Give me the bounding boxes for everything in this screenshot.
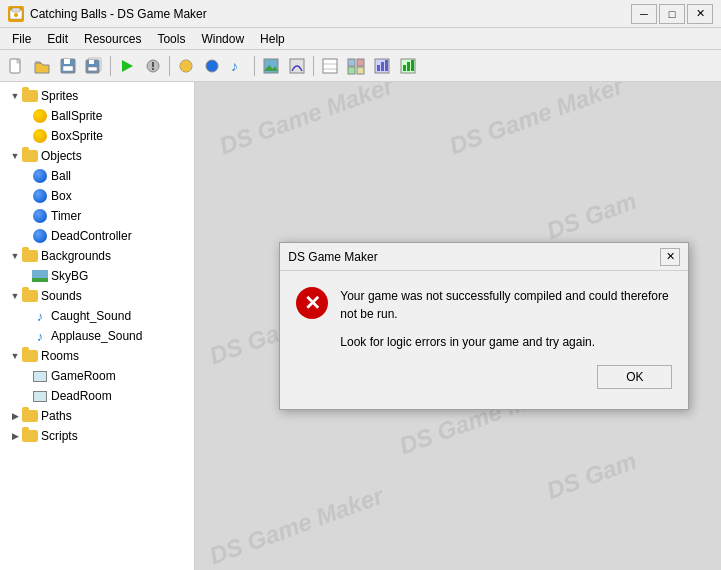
content-area: DS Game Maker DS Game Maker DS Gam DS Ga… — [195, 82, 721, 570]
caughtsound-label: Caught_Sound — [51, 309, 131, 323]
sidebar-item-applausesound[interactable]: ♪ Applause_Sound — [0, 326, 194, 346]
svg-rect-28 — [357, 67, 364, 74]
sidebar-item-backgrounds[interactable]: ▼ Backgrounds — [0, 246, 194, 266]
dialog-title: DS Game Maker — [288, 250, 660, 264]
backgrounds-label: Backgrounds — [41, 249, 111, 263]
window-title: Catching Balls - DS Game Maker — [30, 7, 631, 21]
objects-label: Objects — [41, 149, 82, 163]
sidebar-item-caughtsound[interactable]: ♪ Caught_Sound — [0, 306, 194, 326]
maximize-button[interactable]: □ — [659, 4, 685, 24]
close-button[interactable]: ✕ — [687, 4, 713, 24]
dialog-message: Your game was not successfully compiled … — [340, 287, 672, 323]
save-button[interactable] — [56, 54, 80, 78]
svg-marker-11 — [122, 60, 133, 72]
save-all-button[interactable] — [82, 54, 106, 78]
sidebar-item-boxsprite[interactable]: BoxSprite — [0, 126, 194, 146]
sidebar-item-box[interactable]: Box — [0, 186, 194, 206]
svg-rect-14 — [152, 68, 154, 70]
app-icon — [8, 6, 24, 22]
sidebar-item-rooms[interactable]: ▼ Rooms — [0, 346, 194, 366]
gameroom-label: GameRoom — [51, 369, 116, 383]
error-icon: ✕ — [296, 287, 328, 319]
svg-rect-5 — [64, 59, 70, 64]
tools-btn2[interactable] — [344, 54, 368, 78]
menu-edit[interactable]: Edit — [39, 30, 76, 48]
paths-label: Paths — [41, 409, 72, 423]
folder-backgrounds-icon — [22, 248, 38, 264]
error-dialog: DS Game Maker ✕ ✕ Your game was not succ… — [279, 242, 689, 410]
folder-rooms-icon — [22, 348, 38, 364]
path-resource-button[interactable] — [285, 54, 309, 78]
menu-tools[interactable]: Tools — [149, 30, 193, 48]
ball-label: Ball — [51, 169, 71, 183]
dialog-content-row: ✕ Your game was not successfully compile… — [296, 287, 672, 323]
minimize-button[interactable]: ─ — [631, 4, 657, 24]
tools-btn3[interactable] — [370, 54, 394, 78]
sidebar-item-scripts[interactable]: ▶ Scripts — [0, 426, 194, 446]
menu-help[interactable]: Help — [252, 30, 293, 48]
boxsprite-icon — [32, 128, 48, 144]
dialog-body: ✕ Your game was not successfully compile… — [280, 271, 688, 409]
svg-rect-6 — [63, 66, 73, 71]
expand-rooms-icon: ▼ — [8, 349, 22, 363]
sidebar-item-gameroom[interactable]: GameRoom — [0, 366, 194, 386]
sounds-label: Sounds — [41, 289, 82, 303]
svg-rect-9 — [88, 67, 97, 71]
menu-window[interactable]: Window — [193, 30, 252, 48]
expand-objects-icon: ▼ — [8, 149, 22, 163]
open-button[interactable] — [30, 54, 54, 78]
tools-btn4[interactable] — [396, 54, 420, 78]
svg-point-16 — [180, 60, 192, 72]
ok-button[interactable]: OK — [597, 365, 672, 389]
sidebar-item-ball[interactable]: Ball — [0, 166, 194, 186]
svg-rect-30 — [377, 65, 380, 71]
svg-rect-38 — [32, 278, 48, 282]
skybg-label: SkyBG — [51, 269, 88, 283]
menu-file[interactable]: File — [4, 30, 39, 48]
folder-sprites-icon — [22, 88, 38, 104]
ballsprite-icon — [32, 108, 48, 124]
title-bar: Catching Balls - DS Game Maker ─ □ ✕ — [0, 0, 721, 28]
sidebar-item-paths[interactable]: ▶ Paths — [0, 406, 194, 426]
object-resource-button[interactable] — [200, 54, 224, 78]
run-button[interactable] — [115, 54, 139, 78]
svg-rect-8 — [89, 60, 94, 64]
timer-label: Timer — [51, 209, 81, 223]
tools-btn1[interactable] — [318, 54, 342, 78]
box-label: Box — [51, 189, 72, 203]
expand-scripts-icon: ▶ — [8, 429, 22, 443]
sidebar-item-timer[interactable]: Timer — [0, 206, 194, 226]
new-button[interactable] — [4, 54, 28, 78]
svg-rect-34 — [403, 65, 406, 71]
svg-rect-25 — [348, 59, 355, 66]
caughtsound-icon: ♪ — [32, 308, 48, 324]
sprite-resource-button[interactable] — [174, 54, 198, 78]
gameroom-icon — [32, 368, 48, 384]
menu-resources[interactable]: Resources — [76, 30, 149, 48]
applausesound-label: Applause_Sound — [51, 329, 142, 343]
svg-rect-35 — [407, 62, 410, 71]
sidebar-item-sounds[interactable]: ▼ Sounds — [0, 286, 194, 306]
sidebar-item-objects[interactable]: ▼ Objects — [0, 146, 194, 166]
sidebar-item-ballsprite[interactable]: BallSprite — [0, 106, 194, 126]
sidebar-item-skybg[interactable]: SkyBG — [0, 266, 194, 286]
skybg-icon — [32, 268, 48, 284]
svg-rect-1 — [12, 8, 20, 12]
sidebar-item-deadroom[interactable]: DeadRoom — [0, 386, 194, 406]
folder-paths-icon — [22, 408, 38, 424]
applausesound-icon: ♪ — [32, 328, 48, 344]
sidebar-item-sprites[interactable]: ▼ Sprites — [0, 86, 194, 106]
svg-text:♪: ♪ — [231, 58, 238, 74]
sound-resource-button[interactable]: ♪ — [226, 54, 250, 78]
dialog-secondary-message: Look for logic errors in your game and t… — [296, 335, 672, 349]
bg-resource-button[interactable] — [259, 54, 283, 78]
dialog-close-button[interactable]: ✕ — [660, 248, 680, 266]
folder-sounds-icon — [22, 288, 38, 304]
debug-button[interactable] — [141, 54, 165, 78]
svg-point-17 — [206, 60, 218, 72]
sidebar-item-deadcontroller[interactable]: DeadController — [0, 226, 194, 246]
svg-rect-27 — [348, 67, 355, 74]
toolbar: ♪ — [0, 50, 721, 82]
sprites-label: Sprites — [41, 89, 78, 103]
deadroom-icon — [32, 388, 48, 404]
